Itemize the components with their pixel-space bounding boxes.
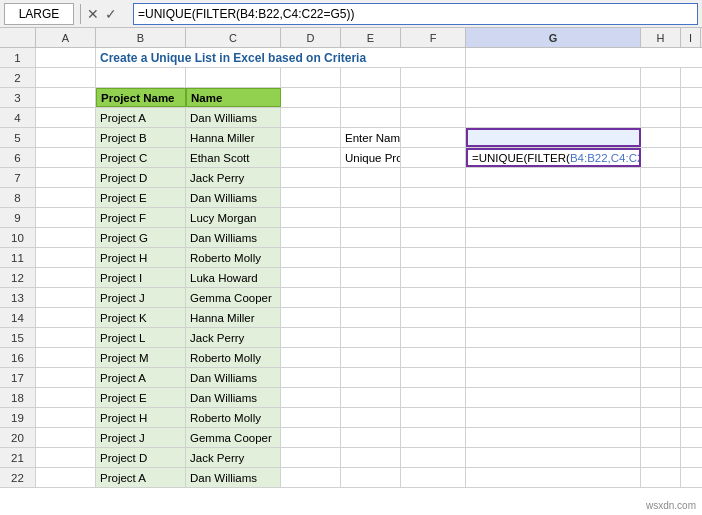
cell-f14[interactable] xyxy=(401,308,466,327)
cell-a18[interactable] xyxy=(36,388,96,407)
cell-a11[interactable] xyxy=(36,248,96,267)
cell-c10[interactable]: Dan Williams xyxy=(186,228,281,247)
cell-f4[interactable] xyxy=(401,108,466,127)
cancel-icon[interactable]: ✕ xyxy=(87,6,99,22)
cell-c3[interactable]: Name xyxy=(186,88,281,107)
cell-b17[interactable]: Project A xyxy=(96,368,186,387)
name-box[interactable] xyxy=(4,3,74,25)
cell-b9[interactable]: Project F xyxy=(96,208,186,227)
cell-d22[interactable] xyxy=(281,468,341,487)
cell-a1[interactable] xyxy=(36,48,96,67)
col-header-b[interactable]: B xyxy=(96,28,186,47)
cell-d21[interactable] xyxy=(281,448,341,467)
cell-c13[interactable]: Gemma Cooper xyxy=(186,288,281,307)
cell-c19[interactable]: Roberto Molly xyxy=(186,408,281,427)
cell-a14[interactable] xyxy=(36,308,96,327)
cell-h18[interactable] xyxy=(641,388,681,407)
cell-h16[interactable] xyxy=(641,348,681,367)
cell-d4[interactable] xyxy=(281,108,341,127)
cell-b2[interactable] xyxy=(96,68,186,87)
cell-b22[interactable]: Project A xyxy=(96,468,186,487)
cell-c21[interactable]: Jack Perry xyxy=(186,448,281,467)
cell-c9[interactable]: Lucy Morgan xyxy=(186,208,281,227)
cell-h21[interactable] xyxy=(641,448,681,467)
cell-g20[interactable] xyxy=(466,428,641,447)
cell-h8[interactable] xyxy=(641,188,681,207)
cell-b18[interactable]: Project E xyxy=(96,388,186,407)
cell-b5[interactable]: Project B xyxy=(96,128,186,147)
cell-b8[interactable]: Project E xyxy=(96,188,186,207)
cell-e17[interactable] xyxy=(341,368,401,387)
cell-d20[interactable] xyxy=(281,428,341,447)
col-header-c[interactable]: C xyxy=(186,28,281,47)
cell-d14[interactable] xyxy=(281,308,341,327)
cell-d12[interactable] xyxy=(281,268,341,287)
cell-b12[interactable]: Project I xyxy=(96,268,186,287)
cell-g13[interactable] xyxy=(466,288,641,307)
cell-f15[interactable] xyxy=(401,328,466,347)
cell-h6[interactable] xyxy=(641,148,681,167)
cell-h7[interactable] xyxy=(641,168,681,187)
cell-a10[interactable] xyxy=(36,228,96,247)
cell-a15[interactable] xyxy=(36,328,96,347)
cell-e2[interactable] xyxy=(341,68,401,87)
cell-d11[interactable] xyxy=(281,248,341,267)
cell-c17[interactable]: Dan Williams xyxy=(186,368,281,387)
cell-e14[interactable] xyxy=(341,308,401,327)
cell-a8[interactable] xyxy=(36,188,96,207)
cell-a9[interactable] xyxy=(36,208,96,227)
cell-e19[interactable] xyxy=(341,408,401,427)
cell-c6[interactable]: Ethan Scott xyxy=(186,148,281,167)
col-header-i[interactable]: I xyxy=(681,28,701,47)
cell-a20[interactable] xyxy=(36,428,96,447)
cell-b6[interactable]: Project C xyxy=(96,148,186,167)
cell-c15[interactable]: Jack Perry xyxy=(186,328,281,347)
cell-e16[interactable] xyxy=(341,348,401,367)
cell-d18[interactable] xyxy=(281,388,341,407)
col-header-a[interactable]: A xyxy=(36,28,96,47)
cell-c18[interactable]: Dan Williams xyxy=(186,388,281,407)
formula-input[interactable] xyxy=(133,3,698,25)
cell-c16[interactable]: Roberto Molly xyxy=(186,348,281,367)
cell-g12[interactable] xyxy=(466,268,641,287)
cell-e8[interactable] xyxy=(341,188,401,207)
cell-f11[interactable] xyxy=(401,248,466,267)
cell-c8[interactable]: Dan Williams xyxy=(186,188,281,207)
cell-f7[interactable] xyxy=(401,168,466,187)
cell-g14[interactable] xyxy=(466,308,641,327)
cell-b10[interactable]: Project G xyxy=(96,228,186,247)
cell-d16[interactable] xyxy=(281,348,341,367)
cell-b14[interactable]: Project K xyxy=(96,308,186,327)
cell-f5[interactable] xyxy=(401,128,466,147)
cell-f17[interactable] xyxy=(401,368,466,387)
cell-b13[interactable]: Project J xyxy=(96,288,186,307)
cell-b16[interactable]: Project M xyxy=(96,348,186,367)
cell-f19[interactable] xyxy=(401,408,466,427)
cell-g22[interactable] xyxy=(466,468,641,487)
cell-h17[interactable] xyxy=(641,368,681,387)
cell-f12[interactable] xyxy=(401,268,466,287)
cell-g2[interactable] xyxy=(466,68,641,87)
cell-b20[interactable]: Project J xyxy=(96,428,186,447)
cell-e15[interactable] xyxy=(341,328,401,347)
cell-e6[interactable]: Unique Project List xyxy=(341,148,401,167)
cell-f6[interactable] xyxy=(401,148,466,167)
cell-c7[interactable]: Jack Perry xyxy=(186,168,281,187)
cell-e22[interactable] xyxy=(341,468,401,487)
cell-h20[interactable] xyxy=(641,428,681,447)
cell-h3[interactable] xyxy=(641,88,681,107)
cell-c4[interactable]: Dan Williams xyxy=(186,108,281,127)
cell-f21[interactable] xyxy=(401,448,466,467)
cell-g10[interactable] xyxy=(466,228,641,247)
cell-d6[interactable] xyxy=(281,148,341,167)
cell-f9[interactable] xyxy=(401,208,466,227)
cell-e10[interactable] xyxy=(341,228,401,247)
cell-a6[interactable] xyxy=(36,148,96,167)
cell-a12[interactable] xyxy=(36,268,96,287)
cell-h11[interactable] xyxy=(641,248,681,267)
cell-a21[interactable] xyxy=(36,448,96,467)
cell-b3[interactable]: Project Name xyxy=(96,88,186,107)
cell-a3[interactable] xyxy=(36,88,96,107)
cell-c14[interactable]: Hanna Miller xyxy=(186,308,281,327)
cell-h9[interactable] xyxy=(641,208,681,227)
